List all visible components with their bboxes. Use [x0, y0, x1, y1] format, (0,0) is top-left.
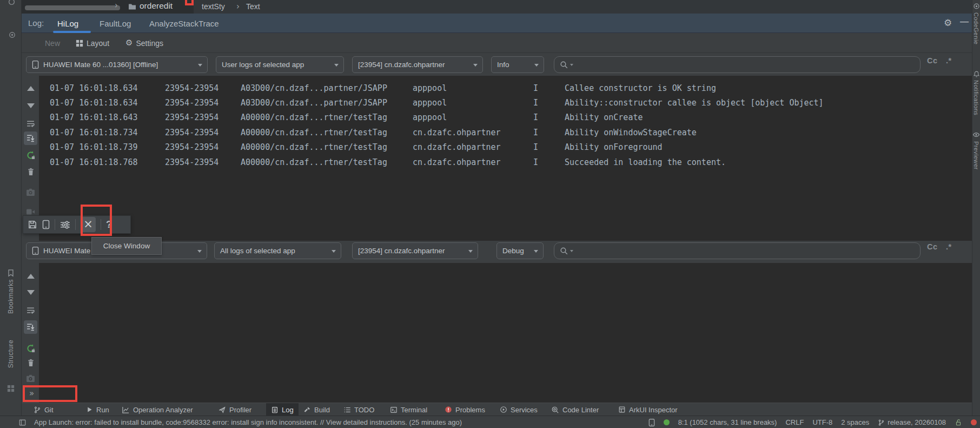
match-case-toggle-2[interactable]: Cc: [927, 242, 938, 251]
screenshot-button[interactable]: [24, 186, 37, 199]
log-message: Callee constructor is OK string: [565, 83, 972, 93]
triangle-up-icon: [27, 86, 35, 91]
scroll-to-end-button[interactable]: [24, 131, 37, 145]
restart-logging-button[interactable]: [24, 148, 37, 162]
toolbar-arkui-inspector-button[interactable]: ArkUI Inspector: [618, 403, 678, 416]
toolbar-code-linter-button[interactable]: Code Linter: [551, 403, 599, 416]
toolbar-problems-button[interactable]: Problems: [445, 403, 485, 416]
previewer-stripe-button[interactable]: Previewer: [973, 141, 979, 170]
restart-logging-button-2[interactable]: [24, 341, 37, 355]
structure-stripe-button[interactable]: Structure: [7, 340, 15, 368]
codegenie-stripe-button[interactable]: CodeGenie: [973, 12, 979, 44]
log-type-dropdown-2[interactable]: All logs of selected app: [214, 242, 341, 259]
log-row[interactable]: 01-07 16:01:18.63423954-23954A03D00/cn.d…: [39, 95, 972, 110]
scroll-down-button[interactable]: [24, 99, 37, 113]
caret-position-widget[interactable]: 8:1 (1052 chars, 31 line breaks): [678, 418, 777, 426]
log-search-input[interactable]: [554, 56, 921, 73]
process-dropdown[interactable]: [23954] cn.dzafc.ohpartner: [352, 56, 483, 73]
match-case-toggle[interactable]: Cc: [927, 56, 938, 65]
regex-toggle[interactable]: .*: [946, 56, 952, 65]
toolbar-todo-button[interactable]: TODO: [343, 403, 374, 416]
line-separator-widget[interactable]: CRLF: [785, 418, 804, 426]
minimize-icon[interactable]: —: [960, 17, 969, 27]
breadcrumb-path-file[interactable]: Text: [246, 2, 260, 11]
target-icon[interactable]: [8, 31, 16, 39]
soft-wrap-button-2[interactable]: [24, 304, 37, 317]
log-search-input-2[interactable]: [554, 242, 921, 259]
log-pid: 23954-23954: [165, 157, 241, 167]
circular-arrows-icon[interactable]: [8, 0, 16, 6]
close-window-button[interactable]: ×: [81, 217, 96, 232]
breadcrumb-path-folder[interactable]: textSty: [202, 2, 225, 11]
toolbar-services-button[interactable]: Services: [500, 403, 538, 416]
log-level-dropdown-2[interactable]: Debug: [496, 242, 544, 259]
scroll-up-button[interactable]: [24, 82, 37, 95]
tab-analyzestacktrace[interactable]: AnalyzeStackTrace: [149, 14, 219, 33]
soft-wrap-button[interactable]: [24, 117, 37, 130]
git-branch-widget[interactable]: release, 20260108: [878, 418, 946, 426]
process-dropdown-value: [23954] cn.dzafc.ohpartner: [358, 61, 445, 69]
log-package: apppool: [413, 113, 533, 122]
toolbar-profiler-button[interactable]: Profiler: [218, 403, 251, 416]
tab-faultlog[interactable]: FaultLog: [100, 14, 131, 33]
codegenie-icon: [973, 3, 980, 10]
clear-log-button[interactable]: [24, 165, 37, 179]
scroll-down-button-2[interactable]: [24, 286, 37, 299]
collapse-chevrons-button[interactable]: »: [29, 389, 34, 398]
scroll-to-end-button-2[interactable]: [24, 320, 37, 334]
chevron-right-icon[interactable]: ›: [115, 1, 118, 10]
toolbar-git-label: Git: [44, 406, 54, 414]
toolbar-run-button[interactable]: Run: [86, 403, 109, 416]
toolbar-git-button[interactable]: Git: [34, 403, 54, 416]
error-indicator-dot[interactable]: [971, 419, 977, 425]
encoding-widget[interactable]: UTF-8: [812, 418, 832, 426]
device-status-icon[interactable]: [648, 418, 655, 427]
log-type-dropdown[interactable]: User logs of selected app: [216, 56, 344, 73]
layout-button[interactable]: Layout: [76, 33, 109, 53]
scroll-up-button-2[interactable]: [24, 269, 37, 283]
horizontal-scrollbar-thumb[interactable]: [25, 5, 120, 10]
regex-toggle-2[interactable]: .*: [946, 242, 952, 251]
log-row[interactable]: 01-07 16:01:18.63423954-23954A03D00/cn.d…: [39, 81, 972, 95]
services-icon: [500, 406, 507, 413]
gear-icon[interactable]: ⚙: [944, 18, 952, 28]
bell-icon: [973, 70, 980, 78]
indent-widget[interactable]: 2 spaces: [841, 418, 869, 426]
notifications-stripe-button[interactable]: Notifications: [973, 80, 979, 115]
settings-button[interactable]: ⚙ Settings: [125, 33, 163, 53]
log-message: Ability onCreate: [565, 113, 972, 122]
folder-icon: [128, 2, 137, 11]
tab-hilog[interactable]: HiLog: [57, 14, 78, 33]
breadcrumb-project-folder[interactable]: orderedit: [140, 1, 173, 11]
status-message[interactable]: App Launch: error: failed to install bun…: [34, 418, 462, 426]
save-log-button[interactable]: [28, 220, 37, 229]
toolbar-log-button[interactable]: Log: [266, 403, 299, 416]
screenshot-button-2[interactable]: [24, 372, 37, 385]
filter-settings-button[interactable]: [60, 220, 70, 229]
log-output-panel-2[interactable]: [39, 263, 972, 403]
bookmarks-stripe-button[interactable]: Bookmarks: [7, 279, 15, 314]
help-button[interactable]: ?: [106, 219, 112, 231]
unlock-icon[interactable]: [955, 418, 962, 426]
toolbar-terminal-button[interactable]: Terminal: [390, 403, 427, 416]
toolbar-separator: [101, 219, 101, 230]
window-icon[interactable]: [18, 419, 27, 426]
device-button[interactable]: [42, 220, 50, 229]
toolbar-build-button[interactable]: Build: [303, 403, 330, 416]
log-level-dropdown[interactable]: Info: [491, 56, 544, 73]
device-dropdown[interactable]: HUAWEI Mate 60 ...01360] [Offline]: [26, 56, 208, 73]
search-history-caret-icon[interactable]: [570, 250, 573, 252]
log-row[interactable]: 01-07 16:01:18.76823954-23954A00000/cn.d…: [39, 155, 972, 169]
search-history-caret-icon[interactable]: [570, 64, 573, 66]
bookmarks-stripe-label: Bookmarks: [7, 279, 15, 314]
new-button[interactable]: New: [45, 33, 60, 53]
log-row[interactable]: 01-07 16:01:18.64323954-23954A00000/cn.d…: [39, 110, 972, 125]
grid-squares-icon[interactable]: [7, 385, 15, 392]
toolbar-operation-analyzer-button[interactable]: Operation Analyzer: [122, 403, 193, 416]
log-row[interactable]: 01-07 16:01:18.73423954-23954A00000/cn.d…: [39, 125, 972, 140]
log-output-panel-1[interactable]: 01-07 16:01:18.63423954-23954A03D00/cn.d…: [39, 76, 972, 241]
phone-icon: [32, 60, 39, 69]
clear-log-button-2[interactable]: [24, 356, 37, 370]
log-row[interactable]: 01-07 16:01:18.73923954-23954A00000/cn.d…: [39, 140, 972, 155]
process-dropdown-2[interactable]: [23954] cn.dzafc.ohpartner: [352, 242, 478, 259]
